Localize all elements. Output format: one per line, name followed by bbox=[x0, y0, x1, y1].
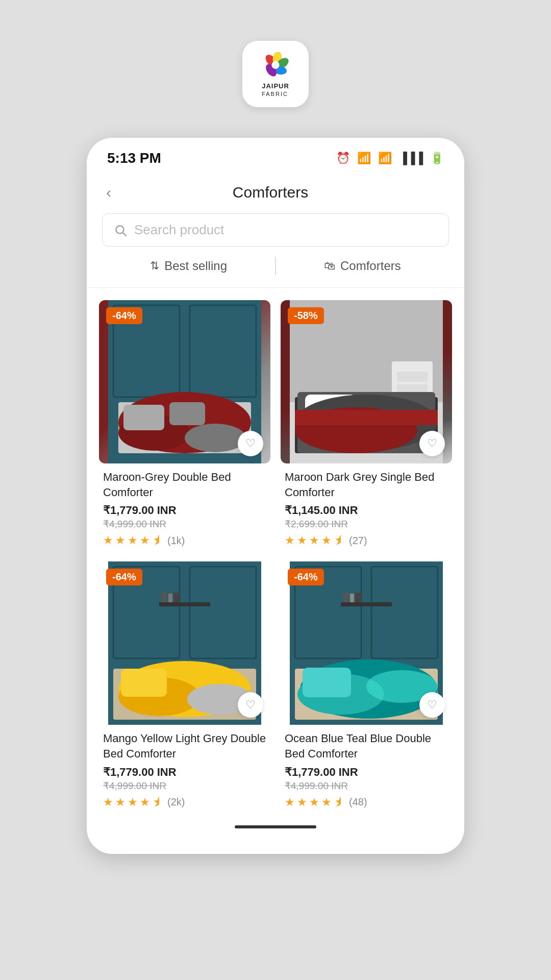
product-card-2[interactable]: -58% ♡ Maroon Dark Grey Single Bed Comfo… bbox=[281, 300, 452, 551]
star-1-1: ★ bbox=[103, 534, 113, 547]
star-3-1: ★ bbox=[103, 796, 113, 809]
app-icon-label: JAIPUR FABRIC bbox=[262, 82, 289, 97]
product-name-1: Maroon-Grey Double Bed Comforter bbox=[103, 470, 266, 500]
star-3-5: ⯨ bbox=[152, 796, 163, 809]
product-image-1: -64% ♡ bbox=[99, 300, 270, 463]
app-name: JAIPUR bbox=[262, 82, 289, 90]
star-1-3: ★ bbox=[128, 534, 138, 547]
svg-rect-21 bbox=[397, 372, 428, 382]
rating-row-4: ★ ★ ★ ★ ⯨ (48) bbox=[285, 796, 448, 809]
product-image-4: -64% ♡ bbox=[281, 561, 452, 725]
star-4-4: ★ bbox=[321, 796, 332, 809]
product-image-2: -58% ♡ bbox=[281, 300, 452, 463]
svg-rect-35 bbox=[173, 593, 180, 602]
discount-badge-2: -58% bbox=[288, 307, 324, 324]
product-name-2: Maroon Dark Grey Single Bed Comforter bbox=[285, 470, 448, 500]
search-placeholder-text: Search product bbox=[134, 222, 224, 238]
signal-icon: ▐▐▐ bbox=[399, 152, 423, 165]
star-3-3: ★ bbox=[128, 796, 138, 809]
wifi-icon: 📶 bbox=[378, 152, 392, 165]
status-time: 5:13 PM bbox=[107, 150, 161, 166]
app-icon[interactable]: JAIPUR FABRIC bbox=[242, 41, 309, 107]
svg-point-17 bbox=[185, 424, 246, 452]
svg-rect-47 bbox=[355, 593, 361, 602]
filter-bar: ⇅ Best selling 🛍 Comforters bbox=[87, 257, 464, 288]
product-card-3[interactable]: -64% ♡ Mango Yellow Light Grey Double Be… bbox=[99, 561, 270, 813]
price-current-3: ₹1,779.00 INR bbox=[103, 766, 266, 779]
discount-badge-1: -64% bbox=[106, 307, 142, 324]
wishlist-btn-2[interactable]: ♡ bbox=[419, 431, 445, 456]
star-4-2: ★ bbox=[297, 796, 307, 809]
home-bar bbox=[235, 825, 316, 828]
product-image-3: -64% ♡ bbox=[99, 561, 270, 725]
svg-rect-16 bbox=[169, 402, 205, 425]
svg-rect-32 bbox=[159, 602, 210, 606]
discount-badge-4: -64% bbox=[288, 569, 324, 585]
rating-row-3: ★ ★ ★ ★ ⯨ (2k) bbox=[103, 796, 266, 809]
star-3-2: ★ bbox=[115, 796, 126, 809]
page-title: Comforters bbox=[115, 184, 425, 201]
star-1-5: ⯨ bbox=[152, 534, 163, 547]
price-current-2: ₹1,145.00 INR bbox=[285, 504, 448, 517]
rating-count-1: (1k) bbox=[167, 535, 185, 547]
rating-count-3: (2k) bbox=[167, 796, 185, 808]
svg-rect-44 bbox=[341, 602, 392, 606]
search-icon bbox=[114, 224, 127, 237]
product-card-1[interactable]: -64% ♡ Maroon-Grey Double Bed Comforter … bbox=[99, 300, 270, 551]
price-current-1: ₹1,779.00 INR bbox=[103, 504, 266, 517]
home-indicator bbox=[87, 813, 464, 834]
rating-row-2: ★ ★ ★ ★ ⯨ (27) bbox=[285, 534, 448, 547]
svg-line-8 bbox=[123, 232, 126, 235]
svg-rect-46 bbox=[350, 594, 354, 602]
product-name-4: Ocean Blue Teal Blue Double Bed Comforte… bbox=[285, 731, 448, 761]
price-original-4: ₹4,999.00 INR bbox=[285, 780, 448, 792]
price-original-2: ₹2,699.00 INR bbox=[285, 518, 448, 530]
sort-label: Best selling bbox=[164, 259, 227, 273]
price-original-1: ₹4,999.00 INR bbox=[103, 518, 266, 530]
status-icons: ⏰ 📶 📶 ▐▐▐ 🔋 bbox=[336, 152, 444, 165]
back-button[interactable]: ‹ bbox=[102, 180, 115, 205]
sort-icon: ⇅ bbox=[150, 259, 159, 273]
svg-rect-28 bbox=[295, 410, 438, 425]
app-icon-section: JAIPUR FABRIC bbox=[242, 41, 309, 107]
app-logo bbox=[255, 51, 296, 81]
product-info-2: Maroon Dark Grey Single Bed Comforter ₹1… bbox=[281, 463, 452, 551]
product-name-3: Mango Yellow Light Grey Double Bed Comfo… bbox=[103, 731, 266, 761]
rating-row-1: ★ ★ ★ ★ ⯨ (1k) bbox=[103, 534, 266, 547]
rating-count-4: (48) bbox=[349, 796, 367, 808]
wishlist-btn-1[interactable]: ♡ bbox=[238, 431, 263, 456]
status-bar: 5:13 PM ⏰ 📶 📶 ▐▐▐ 🔋 bbox=[87, 138, 464, 175]
star-4-3: ★ bbox=[309, 796, 319, 809]
star-1-4: ★ bbox=[140, 534, 150, 547]
category-label: Comforters bbox=[340, 259, 401, 273]
star-3-4: ★ bbox=[140, 796, 150, 809]
svg-rect-34 bbox=[168, 594, 172, 602]
svg-rect-15 bbox=[123, 405, 164, 430]
phone-frame: 5:13 PM ⏰ 📶 📶 ▐▐▐ 🔋 ‹ Comforters Search … bbox=[87, 138, 464, 854]
svg-point-6 bbox=[273, 62, 278, 67]
app-subname: FABRIC bbox=[262, 91, 288, 97]
alarm-icon: ⏰ bbox=[336, 152, 350, 165]
product-info-4: Ocean Blue Teal Blue Double Bed Comforte… bbox=[281, 725, 452, 813]
svg-rect-39 bbox=[121, 669, 167, 697]
product-grid: -64% ♡ Maroon-Grey Double Bed Comforter … bbox=[87, 300, 464, 813]
star-2-1: ★ bbox=[285, 534, 295, 547]
category-filter[interactable]: 🛍 Comforters bbox=[276, 259, 449, 273]
page-header: ‹ Comforters bbox=[87, 175, 464, 213]
svg-rect-51 bbox=[303, 668, 351, 697]
product-info-1: Maroon-Grey Double Bed Comforter ₹1,779.… bbox=[99, 463, 270, 551]
star-4-1: ★ bbox=[285, 796, 295, 809]
category-icon: 🛍 bbox=[324, 259, 335, 273]
star-1-2: ★ bbox=[115, 534, 126, 547]
product-card-4[interactable]: -64% ♡ Ocean Blue Teal Blue Double Bed C… bbox=[281, 561, 452, 813]
sort-filter[interactable]: ⇅ Best selling bbox=[102, 259, 275, 273]
star-4-5: ⯨ bbox=[334, 796, 345, 809]
price-original-3: ₹4,999.00 INR bbox=[103, 780, 266, 792]
rating-count-2: (27) bbox=[349, 535, 367, 547]
discount-badge-3: -64% bbox=[106, 569, 142, 585]
star-2-3: ★ bbox=[309, 534, 319, 547]
star-2-4: ★ bbox=[321, 534, 332, 547]
search-bar[interactable]: Search product bbox=[102, 213, 449, 247]
star-2-5: ⯨ bbox=[334, 534, 345, 547]
price-current-4: ₹1,779.00 INR bbox=[285, 766, 448, 779]
